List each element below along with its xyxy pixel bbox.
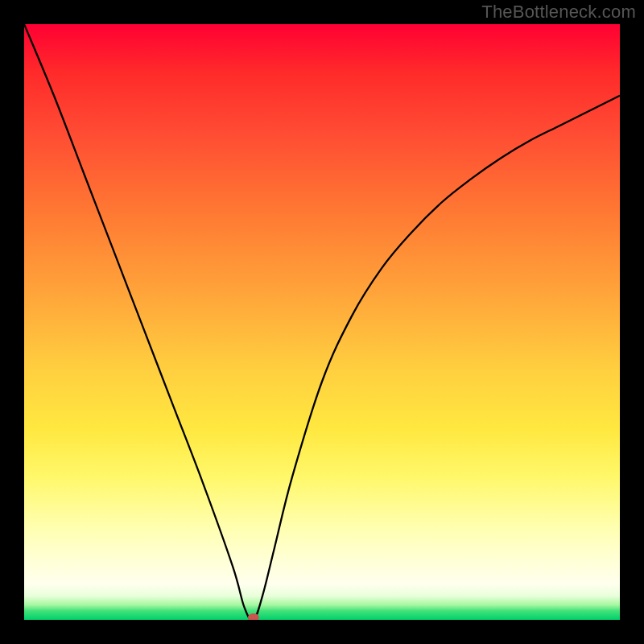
chart-svg [24, 24, 620, 620]
chart-plot-area [24, 24, 620, 620]
watermark-text: TheBottleneck.com [481, 2, 636, 23]
bottleneck-curve [24, 24, 620, 620]
chart-frame: TheBottleneck.com [0, 0, 644, 644]
